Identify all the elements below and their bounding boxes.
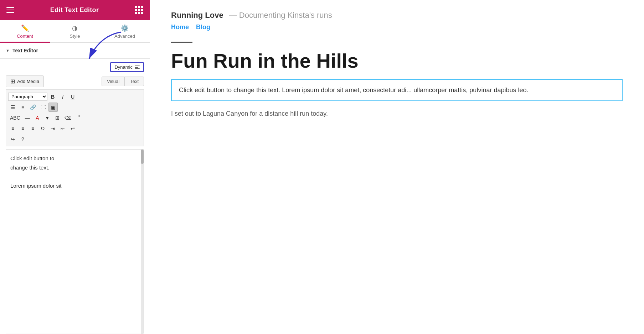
help-button[interactable]: ?: [18, 135, 27, 144]
toolbar-row-2: ☰ ≡ 🔗 ⛶ ▣: [8, 102, 141, 113]
indent-more-button[interactable]: ⇥: [48, 124, 57, 133]
grid-icon[interactable]: [135, 6, 143, 14]
omega-button[interactable]: Ω: [38, 124, 47, 133]
editor-text: Click edit button tochange this text. Lo…: [10, 154, 139, 190]
editor-content[interactable]: Click edit button tochange this text. Lo…: [6, 149, 144, 334]
left-panel: Edit Text Editor ✏️ Content ◑ Style ⚙️ A…: [0, 0, 150, 334]
text-tab[interactable]: Text: [125, 77, 144, 86]
post-excerpt: I set out to Laguna Canyon for a distanc…: [171, 108, 623, 119]
right-panel: Running Love — Documenting Kinsta's runs…: [150, 0, 644, 334]
italic-button[interactable]: I: [58, 92, 67, 101]
nav-home[interactable]: Home: [171, 24, 189, 31]
site-tagline: — Documenting Kinsta's runs: [229, 11, 332, 20]
selected-text-content: Click edit button to change this text. L…: [179, 85, 615, 96]
clear-format-button[interactable]: ⌫: [63, 113, 73, 122]
post-body: I set out to Laguna Canyon for a distanc…: [171, 108, 623, 119]
dynamic-area: Dynamic: [0, 59, 150, 73]
add-media-icon: ⊞: [10, 78, 15, 85]
paragraph-select[interactable]: Paragraph Heading 1 Heading 2: [8, 93, 47, 101]
add-media-button[interactable]: ⊞ Add Media: [6, 75, 44, 87]
site-nav: Home Blog: [171, 24, 623, 31]
dynamic-button[interactable]: Dynamic: [110, 62, 144, 72]
scrollbar[interactable]: [141, 150, 144, 334]
content-icon: ✏️: [21, 24, 29, 32]
align-center-button[interactable]: ≡: [18, 124, 27, 133]
highlight-box-button[interactable]: ▣: [48, 103, 58, 112]
hamburger-icon[interactable]: [6, 7, 14, 13]
undo-button[interactable]: ↩: [68, 124, 77, 133]
nav-blog[interactable]: Blog: [196, 24, 210, 31]
unordered-list-button[interactable]: ☰: [8, 103, 17, 112]
toolbar-row-5: ↪ ?: [8, 134, 141, 145]
toolbar-row-4: ≡ ≡ ≡ Ω ⇥ ⇤ ↩: [8, 123, 141, 134]
table-button[interactable]: ⊞: [53, 113, 62, 122]
content-divider: [171, 42, 192, 43]
toolbar: Paragraph Heading 1 Heading 2 B I U ☰ ≡ …: [6, 89, 144, 146]
hr-button[interactable]: —: [23, 113, 32, 122]
panel-title: Edit Text Editor: [50, 6, 99, 14]
selected-text-block[interactable]: Click edit button to change this text. L…: [171, 79, 623, 101]
redo-button[interactable]: ↪: [8, 135, 17, 144]
advanced-icon: ⚙️: [121, 24, 129, 32]
post-title: Fun Run in the Hills: [171, 50, 623, 72]
panel-tabs: ✏️ Content ◑ Style ⚙️ Advanced: [0, 20, 150, 43]
site-header: Running Love — Documenting Kinsta's runs…: [171, 11, 623, 31]
tab-content[interactable]: ✏️ Content: [0, 20, 50, 43]
tab-style[interactable]: ◑ Style: [50, 20, 100, 43]
link-button[interactable]: 🔗: [28, 103, 38, 112]
scrollbar-thumb[interactable]: [141, 150, 144, 164]
bold-button[interactable]: B: [48, 92, 57, 101]
editor-controls: ⊞ Add Media Visual Text: [0, 73, 150, 89]
tab-advanced[interactable]: ⚙️ Advanced: [100, 20, 150, 43]
fullscreen-button[interactable]: ⛶: [38, 103, 48, 112]
indent-less-button[interactable]: ⇤: [58, 124, 67, 133]
panel-header: Edit Text Editor: [0, 0, 150, 20]
section-title: Text Editor: [12, 48, 38, 53]
style-icon: ◑: [72, 24, 78, 32]
color-dropdown-button[interactable]: ▼: [43, 113, 52, 122]
ordered-list-button[interactable]: ≡: [18, 103, 27, 112]
visual-tab[interactable]: Visual: [102, 77, 125, 86]
toolbar-row-1: Paragraph Heading 1 Heading 2 B I U: [8, 91, 141, 102]
underline-button[interactable]: U: [68, 92, 77, 101]
collapse-icon[interactable]: ▼: [6, 48, 10, 53]
align-right-button[interactable]: ≡: [28, 124, 37, 133]
editor-view-tabs: Visual Text: [102, 77, 144, 86]
text-color-button[interactable]: A: [33, 113, 42, 122]
toolbar-row-3: ABC — A ▼ ⊞ ⌫ ": [8, 113, 141, 123]
align-left-button[interactable]: ≡: [8, 124, 17, 133]
site-name: Running Love: [171, 11, 223, 20]
blockquote-button[interactable]: ": [74, 113, 83, 122]
stack-icon: [135, 66, 140, 69]
strikethrough-button[interactable]: ABC: [8, 113, 22, 122]
site-title-row: Running Love — Documenting Kinsta's runs: [171, 11, 623, 20]
section-header: ▼ Text Editor: [0, 43, 150, 59]
